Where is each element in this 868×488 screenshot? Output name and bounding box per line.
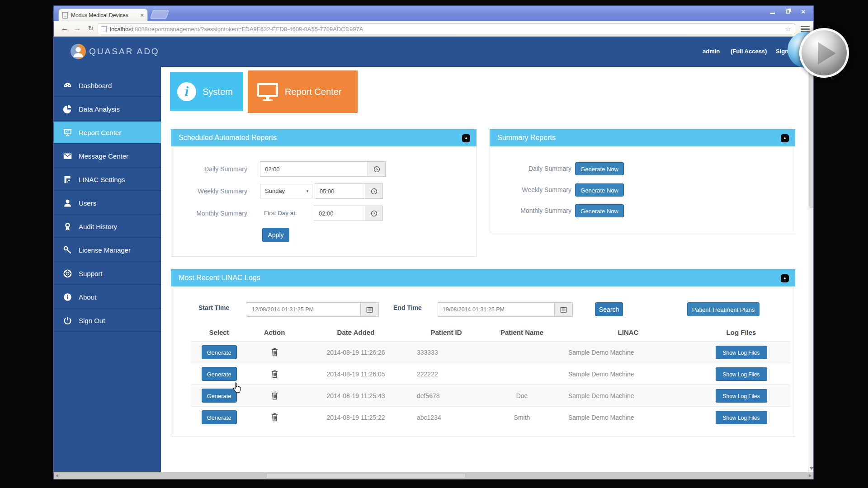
collapse-icon[interactable]: ▲ [781, 274, 789, 282]
show-log-files-button[interactable]: Show Log Files [716, 411, 767, 424]
clock-addon[interactable] [365, 183, 383, 199]
new-tab-button[interactable] [150, 10, 169, 19]
scroll-right-icon[interactable] [809, 474, 811, 478]
end-time-input[interactable] [438, 302, 555, 317]
back-icon[interactable]: ← [59, 23, 70, 34]
summary-row: Weekly Summary Generate Now [490, 183, 795, 197]
sidebar-item-linac-settings[interactable]: LINAC Settings [54, 169, 161, 191]
calendar-addon[interactable] [555, 302, 573, 317]
tab-system[interactable]: i System [170, 72, 243, 111]
user-icon [63, 198, 72, 208]
sidebar-item-sign-out[interactable]: Sign Out [54, 310, 161, 332]
browser-tab[interactable]: Modus Medical Devices × [58, 9, 148, 21]
show-log-files-button[interactable]: Show Log Files [716, 367, 767, 381]
generate-button[interactable]: Generate [202, 367, 237, 381]
daily-time-input[interactable] [260, 161, 368, 177]
play-button-overlay[interactable] [799, 28, 849, 78]
linac-cell: Sample Demo Machine [561, 349, 695, 356]
generate-now-button[interactable]: Generate Now [575, 183, 624, 197]
show-log-files-button[interactable]: Show Log Files [716, 389, 767, 403]
table-row: Generate 2014-08-19 11:26:05 222222 Samp… [191, 363, 790, 385]
daily-time-group [260, 161, 386, 177]
weekly-time-input[interactable] [315, 183, 365, 199]
clock-addon[interactable] [368, 161, 386, 177]
generate-now-button[interactable]: Generate Now [575, 162, 624, 175]
search-button[interactable]: Search [595, 302, 623, 316]
presentation-icon [63, 128, 72, 137]
vertical-scrollbar[interactable] [808, 37, 813, 472]
panel-summary-reports: Summary Reports ▲ Daily Summary Generate… [490, 129, 795, 232]
bookmark-star-icon[interactable]: ☆ [785, 25, 791, 33]
apply-button[interactable]: Apply [262, 228, 289, 242]
trash-icon[interactable] [247, 391, 302, 400]
tab-report-center[interactable]: Report Center [248, 70, 358, 113]
collapse-icon[interactable]: ▲ [781, 134, 789, 142]
info-icon [63, 292, 72, 302]
sidebar-item-license-manager[interactable]: License Manager [54, 239, 161, 262]
trash-icon[interactable] [247, 370, 302, 378]
summary-row: Daily Summary Generate Now [490, 162, 795, 175]
sidebar-item-users[interactable]: Users [54, 192, 161, 215]
tab-close-icon[interactable]: × [140, 12, 144, 18]
sidebar-item-report-center[interactable]: Report Center [54, 122, 161, 144]
app-navbar: QUASAR ADQ admin (Full Access) Sign Out [54, 37, 813, 67]
weekly-day-select[interactable]: Sunday ▼ [260, 184, 312, 198]
tile-label: System [203, 87, 233, 97]
end-time-label: End Time [393, 304, 422, 311]
generate-button[interactable]: Generate [202, 410, 237, 424]
start-time-input[interactable] [247, 302, 361, 317]
envelope-icon [63, 151, 72, 161]
trash-icon[interactable] [247, 413, 302, 422]
info-icon: i [177, 82, 196, 101]
generate-now-button[interactable]: Generate Now [575, 204, 624, 217]
horizontal-scrollbar[interactable] [54, 472, 813, 479]
browser-toolbar: ← → ↻ localhost:8088/reportmanagement/?s… [54, 21, 813, 37]
weekly-time-group [315, 183, 383, 199]
sidebar-item-audit-history[interactable]: Audit History [54, 216, 161, 238]
scroll-down-icon[interactable] [810, 467, 813, 470]
scroll-left-icon[interactable] [56, 474, 58, 478]
video-frame: Modus Medical Devices × × ← → ↻ localhos… [0, 0, 868, 488]
restore-icon[interactable] [783, 8, 793, 15]
panel-title: Summary Reports [490, 129, 795, 146]
refresh-icon[interactable]: ↻ [85, 23, 96, 34]
play-icon [818, 42, 836, 65]
power-icon [63, 316, 72, 325]
end-time-group [438, 302, 573, 317]
patient-id-cell: 333333 [410, 349, 482, 356]
sidebar-item-label: LINAC Settings [79, 176, 125, 183]
sidebar-item-support[interactable]: Support [54, 263, 161, 285]
minimize-icon[interactable] [767, 8, 778, 15]
trash-icon[interactable] [247, 348, 302, 357]
patient-treatment-plans-button[interactable]: Patient Treatment Plans [687, 302, 760, 316]
sidebar-item-dashboard[interactable]: Dashboard [54, 75, 161, 97]
web-page: QUASAR ADQ admin (Full Access) Sign Out … [54, 37, 813, 472]
table-header: Select Action Date Added Patient ID Pati… [191, 327, 790, 338]
first-day-label: First Day at: [264, 210, 297, 216]
sidebar-item-label: Audit History [79, 223, 117, 230]
sidebar-item-data-analysis[interactable]: Data Analysis [54, 98, 161, 121]
tab-title: Modus Medical Devices [71, 12, 137, 19]
forward-icon[interactable]: → [72, 23, 83, 34]
calendar-icon [366, 306, 373, 313]
close-window-icon[interactable]: × [798, 8, 809, 15]
monthly-time-input[interactable] [314, 206, 365, 221]
panel-title: Scheduled Automated Reports [171, 129, 476, 146]
sidebar-item-message-center[interactable]: Message Center [54, 145, 161, 168]
col-patient-name: Patient Name [482, 327, 561, 338]
linac-icon [63, 175, 72, 184]
collapse-icon[interactable]: ▲ [462, 134, 470, 142]
sidebar-item-about[interactable]: About [54, 286, 161, 309]
sidebar-item-label: About [79, 293, 96, 301]
table-row: Generate 2014-08-19 11:25:43 def5678 Doe… [191, 385, 790, 406]
calendar-addon[interactable] [361, 302, 379, 317]
scrollbar-thumb[interactable] [266, 473, 465, 479]
start-time-label: Start Time [198, 304, 229, 311]
award-icon [63, 222, 72, 231]
clock-addon[interactable] [365, 206, 383, 221]
url-bar[interactable]: localhost:8088/reportmanagement/?session… [98, 23, 795, 34]
generate-button[interactable]: Generate [202, 345, 237, 359]
show-log-files-button[interactable]: Show Log Files [716, 346, 767, 359]
panel-linac-logs: Most Recent LINAC Logs ▲ Start Time End … [171, 269, 795, 436]
menu-icon[interactable] [801, 26, 810, 32]
